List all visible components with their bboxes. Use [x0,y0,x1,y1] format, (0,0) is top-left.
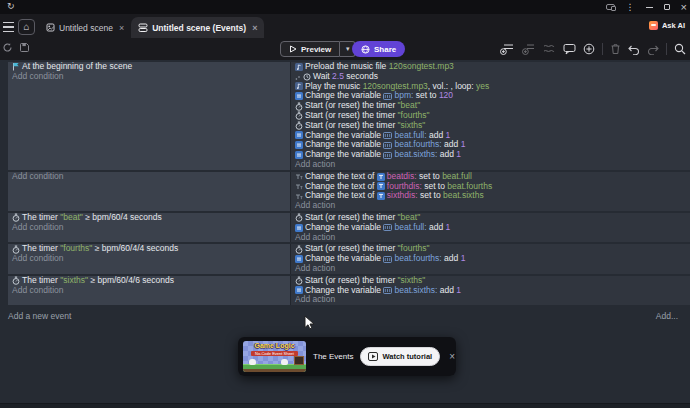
condition-text: bpm/60/4/4 [102,244,145,254]
close-tab-icon[interactable]: × [119,23,124,33]
preview-button[interactable]: Preview [280,41,340,57]
tab-bar: ⌂ Untitled scene × Untitled scene (Event… [0,14,690,38]
action-text: set to [418,191,444,201]
condition-add-label: Add condition [12,223,64,233]
add-condition-link[interactable]: Add condition [8,286,290,296]
action-add-label: Add action [295,233,335,243]
add-action-link[interactable]: Add action [291,201,690,211]
action-text: 1 [456,150,461,160]
save-icon[interactable] [19,42,30,53]
tab-label: Untitled scene [59,23,113,33]
action-row[interactable]: Change the variable beat.sixths: add 1 [291,150,690,160]
number-variable-icon [383,152,394,159]
condition-add-label: Add condition [12,72,64,82]
scene-icon [46,23,55,32]
close-tab-icon[interactable]: × [252,23,257,33]
tab-untitled-scene-events[interactable]: Untitled scene (Events) × [131,17,264,38]
undo-icon[interactable] [628,44,640,55]
events-sheet-icon [138,23,148,32]
tab-label: Untitled scene (Events) [152,23,246,33]
timer-icon [295,213,305,222]
action-row[interactable]: Change the text of sixthdis: set to beat… [291,191,690,201]
variable-icon [295,286,305,294]
text-action-icon [295,173,305,180]
event-block: The timer "fourths" ≥ bpm/60/4/4 seconds… [8,244,690,273]
number-variable-icon [383,142,394,149]
add-condition-link[interactable]: Add condition [8,172,290,182]
add-action-link[interactable]: Add action [291,160,690,170]
action-text: add [437,286,456,296]
add-event-icon[interactable] [500,43,514,55]
share-button[interactable]: Share [352,41,405,57]
timer-icon [295,276,305,285]
action-text: 120 [439,91,453,101]
share-label: Share [374,45,396,54]
search-icon[interactable] [674,43,686,55]
add-action-link[interactable]: Add action [291,295,690,305]
reload-icon[interactable]: ↻ [7,1,15,11]
sync-history-icon[interactable] [2,42,13,53]
hamburger-menu-icon[interactable] [3,22,14,32]
toolbar-divider [666,43,667,55]
conditions-column: The timer "fourths" ≥ bpm/60/4/4 seconds… [8,244,290,273]
add-subevent-icon[interactable] [521,43,535,55]
timer-icon [295,102,305,111]
maximize-icon[interactable] [664,4,670,10]
actions-column: Change the text of beatdis: set to beat.… [290,172,690,211]
action-add-label: Add action [295,201,335,211]
condition-text: bpm/60/4 [92,213,127,223]
redo-icon[interactable] [647,44,659,55]
text-object-icon [377,192,387,200]
conditions-column: The timer "beat" ≥ bpm/60/4 secondsAdd c… [8,213,290,242]
add-action-link[interactable]: Add action [291,233,690,243]
watch-tutorial-label: Watch tutorial [382,352,432,361]
tab-untitled-scene[interactable]: Untitled scene × [39,17,131,38]
crate-sprite [294,356,304,365]
music-icon [295,63,305,71]
action-row[interactable]: Change the variable beat.sixths: add 1 [291,286,690,296]
mouse-cursor [304,315,316,331]
display-icon[interactable] [606,4,615,10]
condition-text: "fourths" [60,244,92,254]
menu-dots-icon[interactable]: ⋮ [626,3,635,12]
ai-robot-icon [649,21,658,30]
ask-ai-button[interactable]: Ask AI [649,21,685,30]
async-icon [295,73,303,81]
delete-trash-icon[interactable] [610,43,621,55]
add-other-event-icon[interactable] [542,43,556,55]
variable-icon [295,151,305,159]
close-popup-icon[interactable]: × [449,351,455,362]
add-circle-icon[interactable] [583,43,595,55]
event-block: The timer "sixths" ≥ bpm/60/4/6 secondsA… [8,276,690,305]
action-text: 120songtest.mp3 [389,62,454,72]
watch-tutorial-button[interactable]: Watch tutorial [360,347,440,366]
text-action-icon [295,183,305,190]
add-comment-icon[interactable] [563,43,576,55]
event-block: The timer "beat" ≥ bpm/60/4 secondsAdd c… [8,213,690,242]
close-window-icon[interactable]: × [681,2,687,12]
tutorial-popup: Game Logic No-Code Event Sheet The Event… [238,337,456,376]
add-condition-link[interactable]: Add condition [8,254,290,264]
home-tab-button[interactable]: ⌂ [18,19,35,35]
timer-icon [12,276,22,285]
add-more-link[interactable]: Add... [656,311,678,321]
action-text: 1 [461,140,466,150]
condition-text: ≥ [88,276,97,286]
condition-text: ≥ [83,213,92,223]
timer-icon [295,121,305,130]
action-add-label: Add action [295,160,335,170]
add-condition-link[interactable]: Add condition [8,72,290,82]
text-object-icon [377,182,387,190]
add-action-link[interactable]: Add action [291,264,690,274]
minimize-icon[interactable] [646,7,653,8]
action-row[interactable]: Change the variable beat.fourths: add 1 [291,254,690,264]
number-variable-icon [383,93,394,100]
action-text: 1 [456,286,461,296]
actions-column: Start (or reset) the timer "sixths"Chang… [290,276,690,305]
add-new-event-link[interactable]: Add a new event [8,311,71,321]
action-text: add [427,223,446,233]
action-row[interactable]: Change the variable beat.full: add 1 [291,223,690,233]
add-condition-link[interactable]: Add condition [8,223,290,233]
tutorial-thumbnail[interactable]: Game Logic No-Code Event Sheet [243,341,306,372]
condition-text: seconds [140,276,174,286]
